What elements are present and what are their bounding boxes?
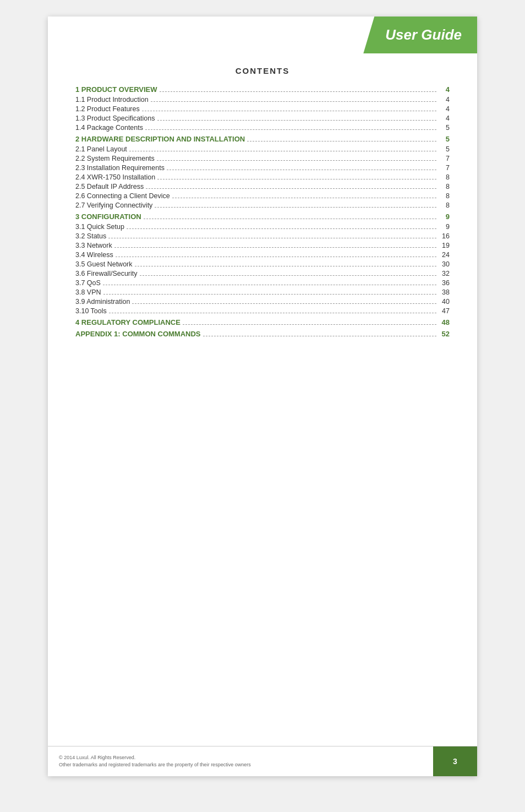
toc-item: 2.6 Connecting a Client Device8 (75, 192, 450, 200)
toc-item-label: 1.4 Package Contents (75, 124, 143, 132)
toc-item-dots (145, 129, 436, 130)
toc-item: 1.2 Product Features4 (75, 105, 450, 113)
toc-section-header: 1 PRODUCT OVERVIEW4 (75, 85, 450, 94)
toc-item-page: 8 (439, 201, 450, 209)
page: User Guide CONTENTS 1 PRODUCT OVERVIEW41… (48, 17, 477, 776)
toc-item-label: 2.2 System Requirements (75, 155, 155, 162)
toc-item-label: 1.3 Product Specifications (75, 115, 155, 122)
toc-section-header: 4 REGULATORY COMPLIANCE48 (75, 318, 450, 326)
toc-item: 3.7 QoS36 (75, 279, 450, 287)
toc-item-label: 3.8 VPN (75, 288, 101, 296)
toc-item-page: 24 (439, 251, 450, 259)
toc-item-label: 3.6 Firewall/Security (75, 270, 138, 277)
toc-item-page: 47 (439, 307, 450, 315)
toc-item-label: 2.3 Installation Requirements (75, 164, 165, 172)
toc-item-label: 2.4 XWR-1750 Installation (75, 173, 155, 181)
toc-item-label: 2.6 Connecting a Client Device (75, 192, 170, 200)
toc-item-dots (157, 120, 436, 121)
toc-section-header: 3 CONFIGURATION9 (75, 212, 450, 221)
toc-item-dots (155, 207, 436, 208)
toc-item-dots (157, 179, 436, 179)
header-right: User Guide (363, 17, 477, 53)
toc-item-page: 9 (439, 223, 450, 231)
toc-section-label: 2 HARDWARE DESCRIPTION AND INSTALLATION (75, 135, 245, 143)
toc-item-page: 40 (439, 298, 450, 306)
footer-trademark: Other trademarks and registered trademar… (59, 761, 422, 769)
toc-item-dots (157, 160, 436, 161)
toc-section-header: APPENDIX 1: COMMON COMMANDS52 (75, 330, 450, 338)
toc-item-dots (108, 238, 436, 238)
toc-item: 2.1 Panel Layout5 (75, 145, 450, 153)
toc-item-page: 16 (439, 232, 450, 240)
toc-item-label: 3.5 Guest Network (75, 260, 133, 268)
toc-item-dots (114, 247, 436, 248)
toc-item-page: 4 (439, 105, 450, 113)
toc-page-number: 48 (439, 318, 450, 326)
toc-item-dots (135, 266, 436, 266)
toc-item-label: 1.2 Product Features (75, 105, 140, 113)
toc-item-page: 7 (439, 155, 450, 162)
toc-item-dots (116, 257, 436, 257)
toc-dots (160, 91, 436, 92)
toc-item: 3.5 Guest Network30 (75, 260, 450, 268)
toc-item-dots (103, 294, 436, 295)
toc-item-page: 32 (439, 270, 450, 277)
toc-section-label: 3 CONFIGURATION (75, 212, 141, 221)
toc-item-page: 4 (439, 115, 450, 122)
toc-page-number: 5 (439, 135, 450, 143)
toc-item-dots (129, 151, 436, 151)
toc-dots (203, 336, 436, 336)
toc-item-page: 19 (439, 242, 450, 249)
page-footer: © 2014 Luxul. All Rights Reserved. Other… (48, 746, 477, 776)
toc-item-dots (103, 285, 436, 285)
toc-item: 1.1 Product Introduction4 (75, 96, 450, 103)
toc-item-label: 3.9 Administration (75, 298, 130, 306)
toc-item: 2.3 Installation Requirements7 (75, 164, 450, 172)
toc-item: 3.1 Quick Setup9 (75, 223, 450, 231)
toc-item: 2.7 Verifying Connectivity8 (75, 201, 450, 209)
toc-item-page: 30 (439, 260, 450, 268)
toc-item-page: 8 (439, 183, 450, 190)
toc-item-dots (109, 313, 436, 313)
toc-item-label: 3.10 Tools (75, 307, 107, 315)
toc-item-dots (146, 188, 436, 189)
toc-item-dots (167, 170, 436, 170)
toc-item-label: 3.7 QoS (75, 279, 101, 287)
main-content: CONTENTS 1 PRODUCT OVERVIEW41.1 Product … (48, 55, 477, 746)
toc-item-page: 5 (439, 124, 450, 132)
toc-item: 3.10 Tools47 (75, 307, 450, 315)
toc-item: 2.2 System Requirements7 (75, 155, 450, 162)
toc-dots (144, 219, 436, 219)
toc-item: 3.2 Status16 (75, 232, 450, 240)
toc-item-label: 3.4 Wireless (75, 251, 113, 259)
toc-item: 3.4 Wireless24 (75, 251, 450, 259)
toc-item-label: 1.1 Product Introduction (75, 96, 149, 103)
toc-item-page: 5 (439, 145, 450, 153)
footer-page-number: 3 (453, 757, 457, 766)
toc-section-header: 2 HARDWARE DESCRIPTION AND INSTALLATION5 (75, 135, 450, 143)
toc-item-dots (127, 228, 436, 229)
page-header: User Guide (48, 17, 477, 55)
toc-item: 2.5 Default IP Address8 (75, 183, 450, 190)
toc-item-label: 2.7 Verifying Connectivity (75, 201, 152, 209)
user-guide-title: User Guide (385, 26, 462, 43)
toc-item: 3.9 Administration40 (75, 298, 450, 306)
toc-item-label: 2.1 Panel Layout (75, 145, 127, 153)
toc-page-number: 9 (439, 212, 450, 221)
toc-item-page: 8 (439, 173, 450, 181)
footer-copyright: © 2014 Luxul. All Rights Reserved. (59, 754, 422, 762)
toc-item-page: 8 (439, 192, 450, 200)
toc-dots (247, 141, 436, 141)
footer-right: 3 (433, 746, 477, 776)
toc-item-dots (140, 275, 436, 276)
toc-item-dots (142, 111, 436, 111)
toc-item-label: 2.5 Default IP Address (75, 183, 144, 190)
toc-section-label: 4 REGULATORY COMPLIANCE (75, 318, 181, 326)
toc-item-label: 3.3 Network (75, 242, 112, 249)
toc-item: 3.3 Network19 (75, 242, 450, 249)
contents-heading: CONTENTS (75, 66, 450, 75)
toc-dots (183, 324, 436, 325)
toc-item-dots (172, 198, 436, 198)
toc-container: 1 PRODUCT OVERVIEW41.1 Product Introduct… (75, 85, 450, 338)
toc-item-label: 3.1 Quick Setup (75, 223, 124, 231)
